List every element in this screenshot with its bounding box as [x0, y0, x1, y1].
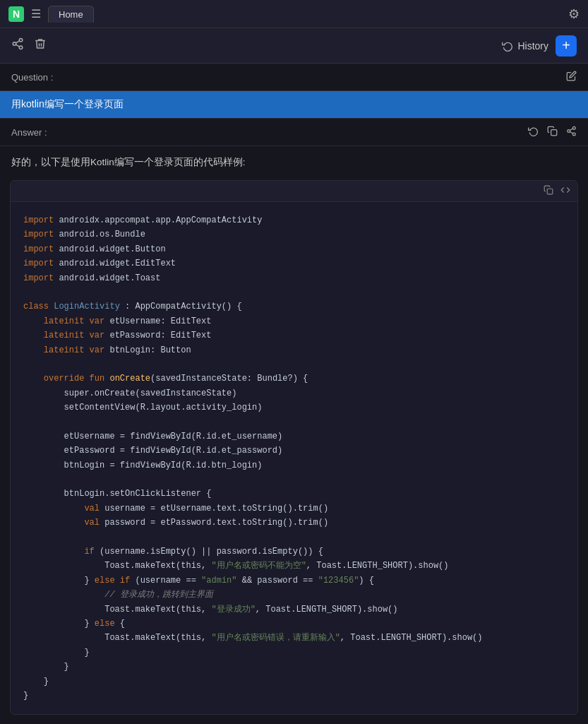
delete-icon[interactable]: [34, 37, 47, 54]
edit-icon[interactable]: [566, 71, 577, 83]
svg-line-9: [570, 131, 572, 133]
refresh-icon[interactable]: [528, 126, 539, 138]
svg-point-8: [572, 133, 575, 136]
code-copy-icon[interactable]: [544, 185, 553, 197]
svg-line-10: [570, 129, 572, 130]
title-bar: N ☰ Home ⚙: [0, 0, 588, 28]
app-logo: N: [8, 6, 24, 22]
svg-rect-11: [547, 189, 553, 194]
answer-label-row: Answer :: [0, 119, 588, 146]
svg-point-0: [19, 39, 23, 42]
copy-icon[interactable]: [547, 126, 558, 138]
answer-description: 这个程序包括一个登录页面的布局 (activity_login.xml) 以及一…: [0, 720, 588, 724]
svg-point-6: [572, 126, 575, 129]
home-tab[interactable]: Home: [48, 6, 94, 23]
svg-rect-5: [551, 130, 557, 136]
toolbar: History +: [0, 28, 588, 64]
question-content: 用kotlin编写一个登录页面: [0, 91, 588, 119]
svg-line-4: [16, 41, 19, 43]
share-answer-icon[interactable]: [566, 126, 577, 138]
settings-icon[interactable]: ⚙: [568, 6, 580, 22]
toolbar-right: History +: [502, 35, 577, 57]
code-toolbar: [11, 181, 577, 202]
hamburger-icon[interactable]: ☰: [31, 7, 41, 20]
main-content: Question : 用kotlin编写一个登录页面 Answer :: [0, 64, 588, 724]
code-embed-icon[interactable]: [560, 185, 570, 197]
add-button[interactable]: +: [556, 35, 577, 57]
answer-actions: [528, 126, 577, 138]
svg-line-3: [16, 44, 19, 47]
svg-point-7: [568, 130, 570, 133]
answer-label: Answer :: [11, 127, 47, 138]
question-label-row: Question :: [0, 64, 588, 91]
question-label: Question :: [11, 72, 53, 83]
svg-point-1: [13, 42, 16, 46]
code-content: import androidx.appcompat.app.AppCompatA…: [11, 202, 577, 714]
answer-intro: 好的，以下是使用Kotlin编写一个登录页面的代码样例:: [0, 146, 588, 174]
svg-point-2: [19, 46, 23, 49]
share-icon[interactable]: [11, 37, 24, 54]
toolbar-left: [11, 37, 47, 54]
history-label: History: [517, 40, 548, 52]
code-block: import androidx.appcompat.app.AppCompatA…: [10, 180, 578, 715]
history-button[interactable]: History: [502, 40, 548, 52]
